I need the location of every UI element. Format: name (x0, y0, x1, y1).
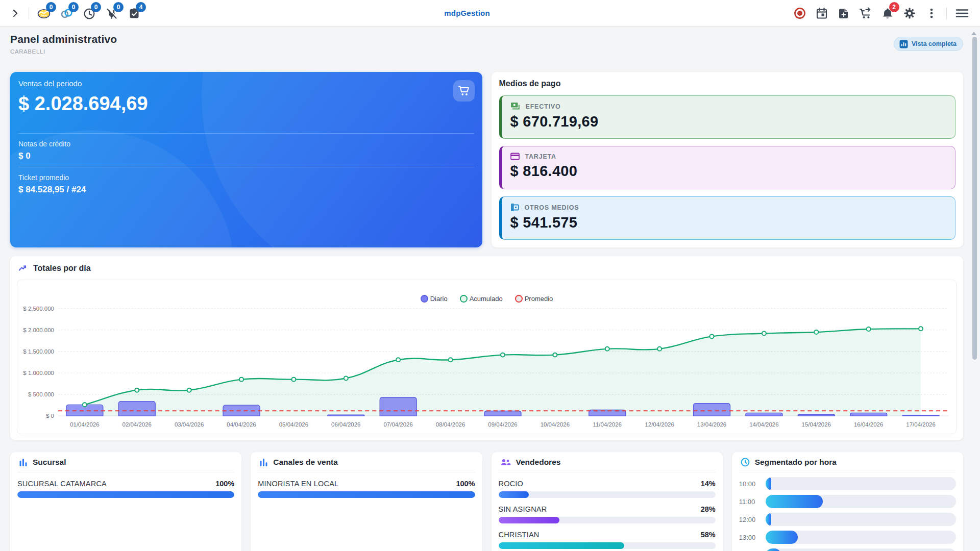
chart-square-icon (899, 40, 908, 48)
sales-period-card: Ventas del periodo $ 2.028.694,69 Notas … (10, 72, 482, 247)
gear-icon (903, 7, 916, 20)
legend-marker-acumulado (460, 295, 468, 303)
cart-checkout-button[interactable] (856, 3, 875, 23)
svg-text:15/04/2026: 15/04/2026 (802, 421, 831, 428)
scrollbar-up-arrow[interactable] (971, 32, 976, 35)
sales-period-label: Ventas del periodo (18, 79, 474, 88)
svg-text:02/04/2026: 02/04/2026 (122, 421, 152, 428)
full-view-button[interactable]: Vista completa (894, 37, 963, 51)
top-navbar: 0 0 0 0 (0, 0, 980, 27)
bar-chart-icon (259, 458, 268, 467)
divider (499, 472, 716, 472)
new-document-button[interactable] (835, 3, 853, 23)
svg-text:13/04/2026: 13/04/2026 (697, 421, 726, 428)
people-icon (500, 458, 511, 466)
pending-time-button[interactable]: 0 (80, 3, 99, 23)
card-header: Vendedores (499, 457, 716, 467)
full-view-label: Vista completa (912, 40, 957, 47)
legend-item-promedio[interactable]: Promedio (515, 295, 553, 303)
avg-ticket-value: $ 84.528,95 / #24 (18, 185, 474, 195)
tasks-button[interactable]: 4 (125, 3, 143, 23)
progress-item: SUCURSAL CATAMARCA100% (17, 480, 234, 498)
more-options-button[interactable] (922, 3, 941, 23)
other-payments-icon (510, 203, 519, 212)
progress-label: MINORISTA EN LOCAL (258, 480, 338, 488)
calendar-button[interactable] (813, 3, 831, 23)
hour-row: 11:00 (739, 495, 956, 508)
progress-label: ROCIO (499, 480, 524, 488)
menu-button[interactable] (953, 3, 971, 23)
tasks-badge: 4 (136, 2, 146, 12)
sales-cart-button[interactable] (453, 80, 475, 102)
sidebar-expand-button[interactable] (6, 3, 24, 23)
svg-text:16/04/2026: 16/04/2026 (854, 421, 883, 428)
legend-item-acumulado[interactable]: Acumulado (460, 295, 503, 303)
svg-text:07/04/2026: 07/04/2026 (383, 421, 412, 428)
legend-item-diario[interactable]: Diario (421, 295, 448, 303)
legend-label: Diario (430, 295, 448, 303)
progress-percent: 100% (215, 480, 234, 488)
record-button[interactable] (791, 3, 809, 23)
hour-track (766, 531, 956, 544)
card-title: Sucursal (33, 458, 66, 467)
payment-method-label: OTROS MEDIOS (525, 204, 579, 211)
svg-text:$ 1.500.000: $ 1.500.000 (23, 348, 54, 355)
chevron-right-icon (11, 9, 19, 17)
svg-text:$ 0: $ 0 (46, 413, 54, 419)
progress-track (17, 491, 234, 498)
svg-text:01/04/2026: 01/04/2026 (70, 421, 99, 428)
links-badge: 0 (68, 2, 79, 12)
progress-fill (499, 542, 625, 549)
payment-methods-title: Medios de pago (499, 79, 956, 88)
cash-icon (510, 102, 520, 111)
card-header: Segmentado por hora (739, 457, 956, 467)
links-button[interactable]: 0 (58, 3, 76, 23)
daily-totals-title: Totales por día (33, 264, 91, 273)
bar-chart-icon (19, 458, 28, 467)
hour-track (766, 548, 956, 551)
svg-text:14/04/2026: 14/04/2026 (749, 421, 778, 428)
credit-notes-label: Notas de crédito (18, 140, 474, 148)
hour-label: 10:00 (739, 480, 766, 488)
payment-method-label: TARJETA (525, 153, 556, 160)
credit-card-icon (510, 153, 520, 160)
progress-percent: 100% (456, 480, 475, 488)
notifications-button[interactable]: 2 (878, 3, 897, 23)
mercadopago-badge: 0 (46, 2, 56, 12)
disconnected-button[interactable]: 0 (103, 3, 121, 23)
svg-text:04/04/2026: 04/04/2026 (227, 421, 256, 428)
progress-percent: 14% (701, 480, 716, 488)
hour-row: 14:00 (739, 548, 956, 551)
navbar-left-icons: 0 0 0 0 (33, 3, 145, 23)
app-brand[interactable]: mdpGestion (444, 9, 490, 17)
legend-marker-diario (421, 295, 428, 303)
hour-fill (766, 495, 823, 508)
hours-card: Segmentado por hora10:0011:0012:0013:001… (732, 452, 963, 551)
divider (18, 167, 474, 167)
hour-track (766, 495, 956, 508)
hour-row: 13:00 (739, 531, 956, 544)
kebab-menu-icon (929, 7, 934, 20)
sales-period-value: $ 2.028.694,69 (18, 93, 474, 115)
navbar-divider-right (946, 7, 947, 19)
scrollbar-thumb[interactable] (972, 37, 977, 360)
progress-label: SUCURSAL CATAMARCA (17, 480, 107, 488)
card-header: Canales de venta (258, 457, 475, 467)
file-plus-icon (837, 7, 850, 20)
progress-track (499, 517, 716, 523)
progress-track (258, 491, 475, 498)
payment-method-value: $ 816.400 (510, 163, 947, 180)
settings-button[interactable] (900, 3, 919, 23)
progress-item: SIN ASIGNAR28% (499, 505, 716, 523)
payment-method-otros: OTROS MEDIOS $ 541.575 (499, 196, 956, 240)
mercadopago-button[interactable]: 0 (35, 3, 54, 23)
hour-fill (766, 531, 798, 544)
divider (18, 133, 474, 134)
daily-totals-plot: $ 0$ 500.000$ 1.000.000$ 1.500.000$ 2.00… (17, 280, 956, 434)
page-title: Panel administrativo (10, 33, 117, 45)
canales-card: Canales de ventaMINORISTA EN LOCAL100% (251, 452, 482, 551)
avg-ticket-label: Ticket promedio (18, 173, 474, 182)
hour-row: 12:00 (739, 513, 956, 526)
card-title: Vendedores (516, 458, 561, 467)
vendedores-card: VendedoresROCIO14%SIN ASIGNAR28%CHRISTIA… (492, 452, 723, 551)
